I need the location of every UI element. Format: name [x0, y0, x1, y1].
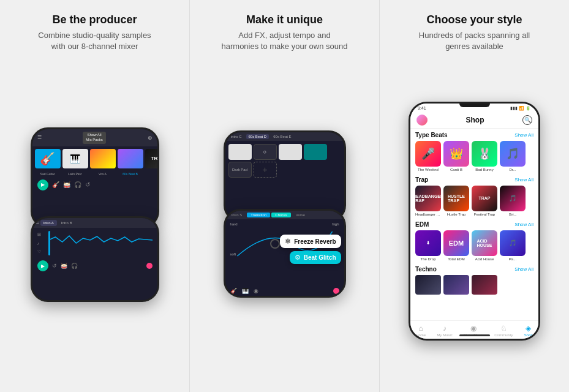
- edm4-emoji: 🎵: [509, 239, 516, 246]
- trap-title: Trap: [415, 176, 428, 183]
- festival-name: Festival Trap: [474, 213, 495, 216]
- trap-show-all[interactable]: Show All: [514, 177, 533, 183]
- fx-screen: Intro S Transition Chorus Verse hard sof…: [225, 211, 344, 296]
- techno-art-2[interactable]: [443, 275, 469, 295]
- grime-emoji: 🎵: [509, 195, 516, 202]
- panel1-subtitle: Combine studio-quality sampleswith our 8…: [38, 30, 151, 52]
- nav-shop[interactable]: ◈ Shop: [524, 324, 533, 337]
- panel2-subtitle: Add FX, adjust tempo andharmonies to mak…: [222, 30, 348, 52]
- album-grime[interactable]: 🎵 Gri...: [500, 186, 526, 216]
- album-acidhouse[interactable]: ACIDHOUSE Acid House: [472, 230, 497, 261]
- nav-home[interactable]: ⌂ Home: [416, 324, 426, 337]
- totaledm-name: Total EDM: [448, 257, 465, 261]
- play-button[interactable]: ▶: [37, 179, 48, 190]
- sample-tile-orange[interactable]: [90, 149, 116, 168]
- sample-tile-purple[interactable]: [118, 149, 143, 168]
- arr-tab-intro-a[interactable]: Intro A: [40, 220, 57, 226]
- arr-drum-icon: 🥁: [61, 263, 67, 269]
- panel1-phone-group: ☰ Show AllMix Packs ⊕ 🎸 🎹 TR: [11, 61, 178, 381]
- pad-tab-60s-d[interactable]: 60s Beat D: [246, 134, 269, 139]
- section-techno: Techno Show All: [410, 263, 538, 296]
- album-festival[interactable]: TRAP Festival Trap: [472, 186, 497, 216]
- techno-art-3[interactable]: [472, 275, 497, 295]
- album-totaledm[interactable]: EDM Total EDM: [443, 230, 469, 261]
- album-weeknd[interactable]: 🎤 The Weeknd: [415, 141, 441, 172]
- sample-tile-piano[interactable]: 🎹: [62, 149, 88, 168]
- album-headbanger[interactable]: HEADBANGERTRAP Headbanger Trap: [415, 186, 441, 216]
- edm-show-all[interactable]: Show All: [514, 222, 533, 227]
- type-beats-header: Type Beats Show All: [415, 132, 533, 138]
- fx-track-transition[interactable]: Transition: [247, 213, 270, 217]
- type-beats-title: Type Beats: [415, 132, 448, 138]
- badbunny-art: 🐰: [472, 141, 497, 167]
- freeze-reverb-icon: ❄: [285, 237, 291, 246]
- fx-rec-button[interactable]: [333, 288, 339, 294]
- grime-name: Gri...: [509, 213, 517, 216]
- pad-add-button[interactable]: +: [254, 162, 277, 178]
- techno-art-1[interactable]: [415, 275, 441, 295]
- arr-person-icon: ♡: [37, 248, 46, 255]
- pads-grid: ○ Dark Pad +: [225, 141, 344, 181]
- techno-header: Techno Show All: [415, 266, 533, 273]
- thedrop-name: The Drop: [420, 257, 435, 261]
- trap-row: HEADBANGERTRAP Headbanger Trap HUSTLETRA…: [415, 186, 533, 216]
- fx-piano-icon: 🎹: [242, 288, 249, 294]
- thedrop-art: ⬇: [415, 230, 441, 256]
- pad-white-2[interactable]: [279, 144, 302, 160]
- beat-glitch-popup[interactable]: ⚙ Beat Glitch: [290, 251, 341, 264]
- show-all-button[interactable]: Show AllMix Packs: [83, 132, 105, 144]
- badbunny-name: Bad Bunny: [475, 168, 493, 172]
- pad-teal-1[interactable]: [304, 144, 327, 160]
- fx-track-verse[interactable]: Verse: [292, 213, 309, 217]
- album-cardib[interactable]: 👑 Cardi B: [443, 141, 469, 172]
- arr-rec-button[interactable]: [146, 263, 153, 269]
- mixer-screen: ☰ Show AllMix Packs ⊕ 🎸 🎹 TR: [32, 129, 157, 227]
- pad-dark-label[interactable]: Dark Pad: [228, 162, 252, 178]
- weeknd-emoji: 🎤: [421, 147, 435, 160]
- album-edm4[interactable]: 🎵 Pa...: [500, 230, 526, 261]
- shop-title-label: Shop: [466, 116, 484, 124]
- festival-art: TRAP: [472, 186, 497, 211]
- sample-tile-guitar[interactable]: 🎸: [35, 149, 61, 168]
- arr-note-icon: ♪: [37, 239, 46, 247]
- sample-tile-trap[interactable]: TRAP: [145, 149, 157, 168]
- pad-tab-60s-e[interactable]: 60s Beat E: [271, 134, 293, 139]
- section-trap: Trap Show All HEADBANGERTRAP Headbanger …: [410, 173, 538, 218]
- freeze-reverb-popup[interactable]: ❄ Freeze Reverb: [280, 235, 341, 248]
- arranger-play-button[interactable]: ▶: [37, 260, 48, 271]
- panel3-phone-group: 9:41 ▮▮▮ 📶 🔋 Shop 🔍 Type Beats Show All: [391, 61, 558, 381]
- headphone-ctrl-icon: 🎧: [74, 181, 81, 188]
- makemusic-icon: ◉: [470, 324, 477, 333]
- album-badbunny[interactable]: 🐰 Bad Bunny: [472, 141, 497, 172]
- channel-sad-guitar: Sad Guitar: [35, 172, 61, 176]
- grime-art: 🎵: [500, 186, 526, 211]
- nav-mymusic[interactable]: ♪ My Music: [437, 324, 452, 337]
- pad-white-1[interactable]: [228, 144, 252, 160]
- arr-tab-intro-b[interactable]: Intro B: [58, 220, 75, 226]
- community-icon: ♘: [500, 324, 507, 333]
- fx-track-intros[interactable]: Intro S: [228, 213, 246, 217]
- pad-dark-1[interactable]: ○: [254, 144, 277, 160]
- pad-icon-1: ○: [263, 149, 266, 155]
- nav-community[interactable]: ♘ Community: [494, 324, 513, 337]
- phone-mixer: ☰ Show AllMix Packs ⊕ 🎸 🎹 TR: [31, 127, 159, 228]
- type-beats-show-all[interactable]: Show All: [514, 132, 533, 138]
- shop-icon: ◈: [526, 324, 531, 333]
- arr-refresh-icon: ↺: [52, 263, 57, 269]
- user-avatar[interactable]: [416, 115, 428, 126]
- album-hustle[interactable]: HUSTLETRAP Hustle Trap: [443, 186, 469, 216]
- panel-unique: Make it unique Add FX, adjust tempo andh…: [189, 0, 379, 392]
- arranger-left-icons: ⊞ ♪ ♡: [37, 231, 46, 255]
- techno-row: [415, 275, 533, 295]
- headbanger-name: Headbanger Trap: [415, 213, 441, 216]
- acidhouse-art: ACIDHOUSE: [472, 230, 497, 256]
- freeze-reverb-label: Freeze Reverb: [294, 238, 336, 245]
- refresh-ctrl-icon: ↺: [85, 181, 90, 188]
- techno-show-all[interactable]: Show All: [514, 266, 533, 272]
- album-thedrop[interactable]: ⬇ The Drop: [415, 230, 441, 261]
- guitar-ctrl-icon: 🎸: [52, 181, 59, 188]
- fx-track-chorus[interactable]: Chorus: [271, 213, 290, 217]
- search-button[interactable]: 🔍: [522, 115, 532, 125]
- album-dr[interactable]: 🎵 Dr...: [500, 141, 526, 172]
- mixer-settings-icon: ⊕: [148, 135, 153, 141]
